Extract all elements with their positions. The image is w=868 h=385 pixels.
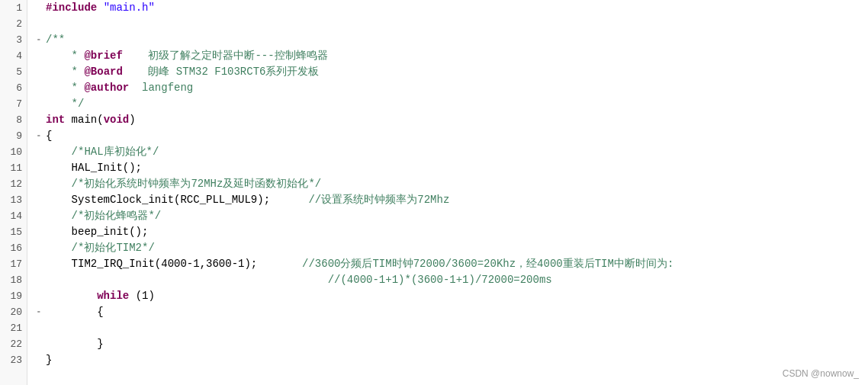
- line-num-21: 21: [0, 320, 27, 336]
- sysclock-inline-comment: //设置系统时钟频率为72Mhz: [308, 192, 449, 208]
- main-func: main(: [65, 112, 103, 128]
- sysclock-comment: /*初始化系统时钟频率为72MHz及延时函数初始化*/: [46, 176, 321, 192]
- line-num-11: 11: [0, 160, 27, 176]
- line-num-22: 22: [0, 336, 27, 352]
- code-area: #include "main.h" ⁃ /** * @brief 初级了解之定时…: [27, 0, 868, 385]
- tim2-call: TIM2_IRQ_Init(4000-1,3600-1);: [46, 256, 302, 272]
- fold-icon-9[interactable]: ⁃: [34, 131, 44, 142]
- beep-init: beep_init();: [46, 224, 148, 240]
- fold-icon-3[interactable]: ⁃: [34, 35, 44, 46]
- while-keyword: while: [97, 288, 129, 304]
- close-brace-while: }: [46, 336, 104, 352]
- code-line-15: beep_init();: [34, 224, 868, 240]
- code-line-1: #include "main.h": [34, 0, 868, 16]
- line-num-10: 10: [0, 144, 27, 160]
- close-paren: ): [129, 112, 135, 128]
- code-line-23: }: [34, 352, 868, 368]
- hal-comment: /*HAL库初始化*/: [46, 144, 159, 160]
- code-line-16: /*初始化TIM2*/: [34, 240, 868, 256]
- brief-text: 初级了解之定时器中断---控制蜂鸣器: [123, 48, 328, 64]
- code-line-3: ⁃ /**: [34, 32, 868, 48]
- line-num-16: 16: [0, 240, 27, 256]
- code-line-9: ⁃ {: [34, 128, 868, 144]
- code-line-12: /*初始化系统时钟频率为72MHz及延时函数初始化*/: [34, 176, 868, 192]
- code-line-5: * @Board 朗峰 STM32 F103RCT6系列开发板: [34, 64, 868, 80]
- board-text: 朗峰 STM32 F103RCT6系列开发板: [123, 64, 320, 80]
- code-line-21: [34, 320, 868, 336]
- code-line-22: }: [34, 336, 868, 352]
- line-num-7: 7: [0, 96, 27, 112]
- line-num-6: 6: [0, 80, 27, 96]
- line-num-20: 20: [0, 304, 27, 320]
- close-brace-main2: }: [46, 352, 52, 368]
- fold-icon-20[interactable]: ⁃: [34, 307, 44, 318]
- while-indent: [46, 288, 97, 304]
- open-brace-main: {: [46, 128, 52, 144]
- line-num-9: 9: [0, 128, 27, 144]
- code-editor: 1 2 3 4 5 6 7 8 9 10 11 12 13 14 15 16 1…: [0, 0, 868, 385]
- line-num-4: 4: [0, 48, 27, 64]
- include-keyword: #include: [46, 0, 104, 16]
- line-num-14: 14: [0, 208, 27, 224]
- line-num-8: 8: [0, 112, 27, 128]
- line-num-19: 19: [0, 288, 27, 304]
- sysclock-call: SystemClock_init(RCC_PLL_MUL9);: [46, 192, 308, 208]
- code-line-4: * @brief 初级了解之定时器中断---控制蜂鸣器: [34, 48, 868, 64]
- author-text: langfeng: [129, 80, 193, 96]
- code-line-18: //(4000-1+1)*(3600-1+1)/72000=200ms: [34, 272, 868, 288]
- while-cond: (1): [129, 288, 155, 304]
- line-num-5: 5: [0, 64, 27, 80]
- tim2-comment2: //(4000-1+1)*(3600-1+1)/72000=200ms: [46, 272, 552, 288]
- comment-open: /**: [46, 32, 65, 48]
- comment-brief: *: [46, 48, 84, 64]
- line-num-18: 18: [0, 272, 27, 288]
- beep-comment: /*初始化蜂鸣器*/: [46, 208, 161, 224]
- line-numbers: 1 2 3 4 5 6 7 8 9 10 11 12 13 14 15 16 1…: [0, 0, 27, 385]
- tim2-comment: /*初始化TIM2*/: [46, 240, 155, 256]
- code-line-6: * @author langfeng: [34, 80, 868, 96]
- code-line-10: /*HAL库初始化*/: [34, 144, 868, 160]
- line-num-1: 1: [0, 0, 27, 16]
- line-num-12: 12: [0, 176, 27, 192]
- int-keyword: int: [46, 112, 65, 128]
- open-brace-while: {: [46, 304, 104, 320]
- line-num-23: 23: [0, 352, 27, 368]
- at-author: @author: [84, 80, 129, 96]
- tim2-inline-comment: //3600分频后TIM时钟72000/3600=20Khz，经4000重装后T…: [302, 256, 674, 272]
- code-line-13: SystemClock_init(RCC_PLL_MUL9); //设置系统时钟…: [34, 192, 868, 208]
- code-line-11: HAL_Init();: [34, 160, 868, 176]
- at-board: @Board: [84, 64, 122, 80]
- code-line-2: [34, 16, 868, 32]
- comment-close: */: [46, 96, 84, 112]
- watermark: CSDN @nownow_: [783, 368, 859, 379]
- code-line-7: */: [34, 96, 868, 112]
- line-num-15: 15: [0, 224, 27, 240]
- line-num-17: 17: [0, 256, 27, 272]
- comment-author: *: [46, 80, 84, 96]
- code-line-19: while (1): [34, 288, 868, 304]
- line-num-13: 13: [0, 192, 27, 208]
- line-num-3: 3: [0, 32, 27, 48]
- comment-board: *: [46, 64, 84, 80]
- at-brief: @brief: [84, 48, 122, 64]
- code-line-14: /*初始化蜂鸣器*/: [34, 208, 868, 224]
- hal-init: HAL_Init();: [46, 160, 142, 176]
- code-line-20: ⁃ {: [34, 304, 868, 320]
- include-file: "main.h": [104, 0, 155, 16]
- code-line-17: TIM2_IRQ_Init(4000-1,3600-1); //3600分频后T…: [34, 256, 868, 272]
- line-num-2: 2: [0, 16, 27, 32]
- code-line-8: int main(void): [34, 112, 868, 128]
- void-keyword: void: [104, 112, 130, 128]
